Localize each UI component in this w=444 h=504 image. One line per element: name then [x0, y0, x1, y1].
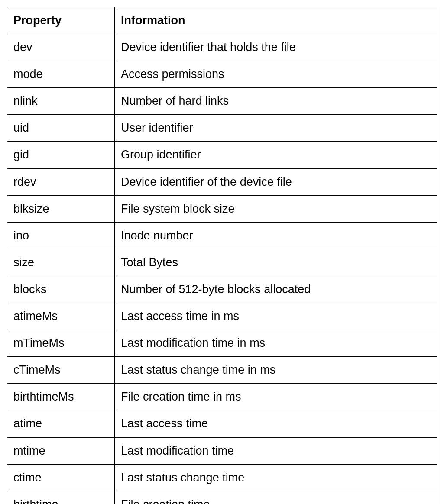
- header-property: Property: [7, 7, 115, 34]
- cell-property: mTimeMs: [7, 330, 115, 357]
- cell-property: blocks: [7, 276, 115, 303]
- properties-table: Property Information dev Device identifi…: [7, 7, 437, 504]
- cell-property: cTimeMs: [7, 357, 115, 384]
- table-row: rdev Device identifier of the device fil…: [7, 168, 437, 195]
- cell-info: Last access time: [115, 410, 437, 437]
- cell-info: Device identifier that holds the file: [115, 34, 437, 61]
- cell-info: Total Bytes: [115, 249, 437, 276]
- cell-property: gid: [7, 142, 115, 168]
- cell-property: size: [7, 249, 115, 276]
- cell-property: birthtimeMs: [7, 384, 115, 410]
- cell-info: Group identifier: [115, 142, 437, 168]
- cell-property: atimeMs: [7, 303, 115, 330]
- table-row: nlink Number of hard links: [7, 88, 437, 115]
- cell-info: Inode number: [115, 222, 437, 249]
- cell-property: blksize: [7, 195, 115, 222]
- table-body: dev Device identifier that holds the fil…: [7, 34, 437, 504]
- cell-info: Last modification time in ms: [115, 330, 437, 357]
- cell-property: ino: [7, 222, 115, 249]
- cell-info: User identifier: [115, 115, 437, 142]
- cell-info: Last status change time: [115, 464, 437, 491]
- table-row: uid User identifier: [7, 115, 437, 142]
- table-row: gid Group identifier: [7, 142, 437, 168]
- cell-property: uid: [7, 115, 115, 142]
- cell-info: Last modification time: [115, 437, 437, 464]
- cell-info: Number of hard links: [115, 88, 437, 115]
- cell-property: ctime: [7, 464, 115, 491]
- table-row: atimeMs Last access time in ms: [7, 303, 437, 330]
- cell-info: Last access time in ms: [115, 303, 437, 330]
- header-information: Information: [115, 7, 437, 34]
- table-row: blksize File system block size: [7, 195, 437, 222]
- cell-property: rdev: [7, 168, 115, 195]
- table-row: mTimeMs Last modification time in ms: [7, 330, 437, 357]
- cell-info: File system block size: [115, 195, 437, 222]
- cell-info: Last status change time in ms: [115, 357, 437, 384]
- table-row: ino Inode number: [7, 222, 437, 249]
- table-row: mtime Last modification time: [7, 437, 437, 464]
- table-row: birthtimeMs File creation time in ms: [7, 384, 437, 410]
- table-row: atime Last access time: [7, 410, 437, 437]
- table-row: size Total Bytes: [7, 249, 437, 276]
- cell-property: atime: [7, 410, 115, 437]
- table-row: cTimeMs Last status change time in ms: [7, 357, 437, 384]
- table-row: dev Device identifier that holds the fil…: [7, 34, 437, 61]
- cell-info: File creation time: [115, 491, 437, 504]
- table-header-row: Property Information: [7, 7, 437, 34]
- cell-info: Access permissions: [115, 61, 437, 88]
- cell-info: Number of 512-byte blocks allocated: [115, 276, 437, 303]
- cell-property: mtime: [7, 437, 115, 464]
- table-row: birthtime File creation time: [7, 491, 437, 504]
- cell-info: Device identifier of the device file: [115, 168, 437, 195]
- table-row: ctime Last status change time: [7, 464, 437, 491]
- table-row: blocks Number of 512-byte blocks allocat…: [7, 276, 437, 303]
- cell-info: File creation time in ms: [115, 384, 437, 410]
- cell-property: birthtime: [7, 491, 115, 504]
- cell-property: dev: [7, 34, 115, 61]
- table-row: mode Access permissions: [7, 61, 437, 88]
- cell-property: mode: [7, 61, 115, 88]
- cell-property: nlink: [7, 88, 115, 115]
